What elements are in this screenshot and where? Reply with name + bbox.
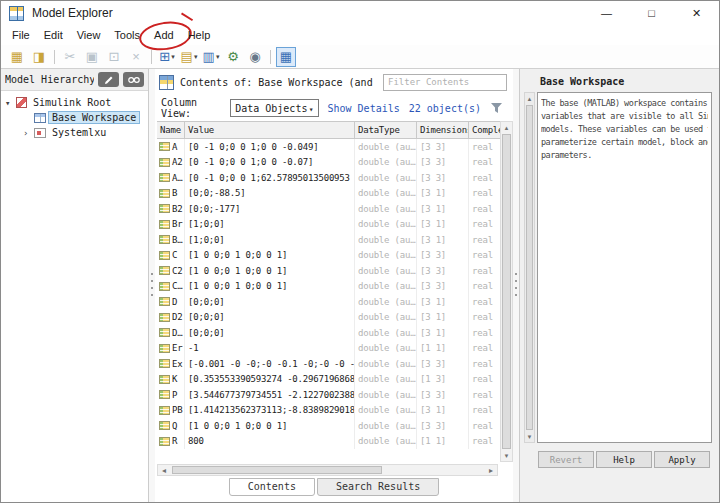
expander-icon[interactable]: ▾	[5, 98, 16, 108]
dialog-scrollbar-thumb[interactable]	[526, 105, 533, 430]
table-row[interactable]: Q [1 0 0;0 1 0;0 0 1] double (au… [3 3] …	[157, 418, 500, 434]
column-header-name[interactable]: Name	[157, 121, 185, 139]
snapshot-icon[interactable]: ◉	[245, 47, 265, 67]
help-button[interactable]: Help	[596, 451, 652, 468]
column-header-complexity[interactable]: Complexity	[469, 121, 500, 139]
workspace-description: The base (MATLAB) workspace contains var…	[537, 92, 712, 443]
revert-button[interactable]: Revert	[538, 451, 594, 468]
column-header-dimensions[interactable]: Dimensions	[417, 121, 469, 139]
menu-tools[interactable]: Tools	[107, 27, 147, 43]
table-area: Name Value DataType Dimensions Complexit…	[155, 121, 513, 462]
column-view-select[interactable]: Data Objects	[230, 99, 318, 117]
toolbar-separator	[267, 47, 274, 67]
table-row[interactable]: Er -1 double (au… [1 1] real	[157, 341, 500, 357]
maximize-button[interactable]: □	[629, 1, 674, 25]
main-area: Model Hierarchy ▾ Simulink Root	[1, 69, 719, 502]
menu-file[interactable]: File	[5, 27, 37, 43]
table-row[interactable]: Br [1;0;0] double (au… [3 1] real	[157, 217, 500, 233]
tab-search-results[interactable]: Search Results	[317, 478, 439, 496]
table-row[interactable]: C [1 0 0;0 1 0;0 0 1] double (au… [3 3] …	[157, 248, 500, 264]
data-object-icon	[159, 359, 170, 368]
data-object-icon	[159, 142, 170, 151]
dialog-body: The base (MATLAB) workspace contains var…	[524, 92, 712, 443]
toolbar-separator	[148, 47, 155, 67]
copy-icon[interactable]: ▣	[82, 47, 102, 67]
data-object-icon	[159, 390, 170, 399]
delete-icon[interactable]: ×	[126, 47, 146, 67]
dialog-panel: Base Workspace The base (MATLAB) workspa…	[519, 69, 719, 502]
table-row[interactable]: D [0;0;0] double (au… [3 1] real	[157, 294, 500, 310]
data-object-icon	[159, 235, 170, 244]
table-row[interactable]: D… [0;0;0] double (au… [3 1] real	[157, 325, 500, 341]
table-row[interactable]: A… [0 -1 0;0 0 1;62.57895013500953 -… do…	[157, 170, 500, 186]
table-row[interactable]: B… [1;0;0] double (au… [3 1] real	[157, 232, 500, 248]
data-object-icon	[159, 437, 170, 446]
paste-icon[interactable]: ⊡	[104, 47, 124, 67]
expander-icon[interactable]: ›	[23, 128, 34, 138]
contents-title: Contents of: Base Workspace (and below)	[180, 77, 377, 88]
vertical-scrollbar-thumb[interactable]	[502, 134, 511, 449]
dialog-pane-icon[interactable]: ▦	[276, 47, 296, 67]
show-details-link[interactable]: Show Details	[328, 103, 400, 114]
menu-view[interactable]: View	[70, 27, 108, 43]
titlebar: Model Explorer — □ ✕	[1, 1, 719, 25]
table-row[interactable]: D2 [0;0;0] double (au… [3 1] real	[157, 310, 500, 326]
scroll-left-icon[interactable]	[158, 465, 170, 475]
data-object-icon	[159, 204, 170, 213]
add-object-icon[interactable]: ⊞	[157, 47, 177, 67]
horizontal-scrollbar-thumb[interactable]	[172, 466, 382, 474]
table-row[interactable]: B2 [0;0;-177] double (au… [3 1] real	[157, 201, 500, 217]
column-header-value[interactable]: Value	[185, 121, 355, 139]
table-row[interactable]: K [0.353553390593274 -0.29671968686… dou…	[157, 372, 500, 388]
scroll-up-icon[interactable]	[525, 93, 534, 104]
tree-item-systemlxu[interactable]: › Systemlxu	[1, 125, 148, 140]
apply-button[interactable]: Apply	[654, 451, 710, 468]
scroll-down-icon[interactable]	[525, 431, 534, 442]
dialog-buttons: Revert Help Apply	[524, 443, 712, 468]
settings-icon[interactable]: ⚙	[223, 47, 243, 67]
dialog-title: Base Workspace	[540, 76, 712, 87]
table-row[interactable]: C2 [1 0 0;0 1 0;0 0 1] double (au… [3 3]…	[157, 263, 500, 279]
tree-item-simulink-root[interactable]: ▾ Simulink Root	[1, 95, 148, 110]
dialog-scrollbar[interactable]	[524, 92, 535, 443]
table-row[interactable]: PB [1.414213562373113;-8.83898290184… do…	[157, 403, 500, 419]
column-view-icon[interactable]: ▥	[201, 47, 221, 67]
add-property-icon[interactable]: ▤	[179, 47, 199, 67]
tab-contents[interactable]: Contents	[229, 478, 315, 496]
table-row[interactable]: Ex [-0.001 -0 -0;-0 -0.1 -0;-0 -0 -0… do…	[157, 356, 500, 372]
data-table: Name Value DataType Dimensions Complexit…	[157, 121, 500, 462]
duplicate-icon[interactable]: ◨	[29, 47, 49, 67]
table-row[interactable]: R 800 double (au… [1 1] real	[157, 434, 500, 450]
vertical-scrollbar[interactable]	[500, 121, 513, 462]
data-object-icon	[159, 328, 170, 337]
data-object-icon	[159, 173, 170, 182]
scroll-up-icon[interactable]	[501, 122, 512, 133]
scroll-right-icon[interactable]	[485, 465, 497, 475]
filter-input[interactable]	[383, 74, 507, 91]
table-row[interactable]: P [3.544677379734551 -2.12270023885… dou…	[157, 387, 500, 403]
toolbar: ▦ ◨ ✂ ▣ ⊡ ×	[1, 45, 719, 69]
menu-edit[interactable]: Edit	[37, 27, 70, 43]
cut-icon[interactable]: ✂	[60, 47, 80, 67]
edit-icon[interactable]	[98, 72, 119, 87]
model-hierarchy-title: Model Hierarchy	[5, 74, 94, 85]
search-binoculars-icon[interactable]	[123, 72, 144, 87]
tree-item-base-workspace[interactable]: Base Workspace	[1, 110, 148, 125]
filter-funnel-icon[interactable]	[490, 102, 503, 114]
model-explorer-window: Model Explorer — □ ✕ File Edit Vi	[0, 0, 720, 503]
table-body: A [0 -1 0;0 0 1;0 0 -0.049] double (au… …	[157, 139, 500, 449]
table-row[interactable]: B [0;0;-88.5] double (au… [3 1] real	[157, 186, 500, 202]
data-object-icon	[159, 344, 170, 353]
horizontal-scrollbar[interactable]	[157, 464, 498, 476]
table-row[interactable]: A [0 -1 0;0 0 1;0 0 -0.049] double (au… …	[157, 139, 500, 155]
column-header-datatype[interactable]: DataType	[355, 121, 417, 139]
minimize-button[interactable]: —	[584, 1, 629, 25]
add-data-icon[interactable]: ▦	[7, 47, 27, 67]
splitter-handle-icon	[151, 273, 153, 299]
table-row[interactable]: C… [1 0 0;0 1 0;0 0 1] double (au… [3 3]…	[157, 279, 500, 295]
scroll-down-icon[interactable]	[501, 450, 512, 461]
close-button[interactable]: ✕	[674, 1, 719, 25]
table-row[interactable]: A2 [0 -1 0;0 0 1;0 0 -0.07] double (au… …	[157, 155, 500, 171]
menu-add[interactable]: Add	[147, 27, 181, 43]
menu-help[interactable]: Help	[181, 27, 218, 43]
